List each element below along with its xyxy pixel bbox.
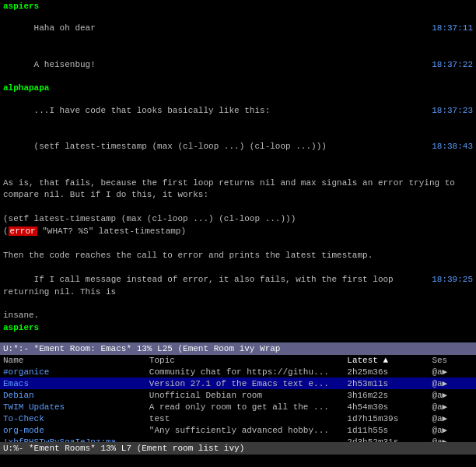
table-row[interactable]: DebianUnofficial Debian room3h16m22s@a▶ bbox=[0, 389, 476, 401]
chat-block: aspiers 18:37:11Haha oh dear 18:37:22A h… bbox=[3, 2, 473, 83]
room-name-cell[interactable]: To-Check bbox=[0, 413, 146, 424]
room-latest-cell: 4h54m30s bbox=[344, 401, 429, 413]
room-session-cell: @a▶ bbox=[429, 366, 476, 377]
chat-block: As is, that fails, because the first loo… bbox=[3, 166, 473, 237]
room-latest-cell: 2d3h52m31s bbox=[344, 436, 429, 442]
room-session-cell: @a▶ bbox=[429, 401, 476, 413]
room-name-cell[interactable]: !xbfPHSTwPySgaIeJnz:ma... bbox=[0, 436, 146, 442]
room-session-cell: @a▶ bbox=[429, 377, 476, 389]
room-name-link[interactable]: Emacs bbox=[3, 379, 29, 388]
chat-block: Then the code reaches the call to error … bbox=[3, 238, 473, 322]
room-name-link[interactable]: TWIM Updates bbox=[3, 402, 65, 412]
room-name-link[interactable]: Debian bbox=[3, 391, 34, 400]
room-topic-cell: Community chat for https://githu... bbox=[146, 366, 344, 377]
chat-line: 18:37:22A heisenbug! bbox=[3, 47, 473, 83]
chat-line: insane. bbox=[3, 310, 473, 321]
chat-line bbox=[3, 238, 473, 250]
timestamp: 18:38:43 bbox=[432, 141, 473, 153]
timestamp: 18:37:23 bbox=[432, 105, 473, 117]
chat-line: Then the code reaches the call to error … bbox=[3, 250, 473, 262]
top-mode-line: U:*:- *Ement Room: Emacs* 13% L25 (Ement… bbox=[0, 342, 476, 355]
room-topic-cell: Unofficial Debian room bbox=[146, 389, 344, 401]
mode-line-text: U:*:- *Ement Room: Emacs* 13% L25 (Ement… bbox=[3, 344, 280, 353]
col-header-topic: Topic bbox=[146, 355, 344, 366]
room-latest-cell: 1d7h15m39s bbox=[344, 413, 429, 424]
error-highlight: error bbox=[9, 226, 37, 236]
chat-line: 18:38:43(setf latest-timestamp (max (cl-… bbox=[3, 129, 473, 165]
room-name-cell[interactable]: Debian bbox=[0, 389, 146, 401]
room-name-link[interactable]: !xbfPHSTwPySgaIeJnz:ma... bbox=[3, 437, 131, 443]
room-name-link[interactable]: To-Check bbox=[3, 414, 44, 423]
table-row[interactable]: To-Checktest1d7h15m39s@a▶ bbox=[0, 413, 476, 424]
room-session-cell: @a▶ bbox=[429, 389, 476, 401]
room-name-cell[interactable]: #organice bbox=[0, 366, 146, 377]
room-name-cell[interactable]: TWIM Updates bbox=[0, 401, 146, 413]
room-session-cell: @a▶ bbox=[429, 436, 476, 442]
room-name-link[interactable]: org-mode bbox=[3, 426, 44, 435]
room-table-body: #organiceCommunity chat for https://gith… bbox=[0, 366, 476, 442]
bottom-mode-line-text: U:%- *Ement Rooms* 13% L7 (Ement room li… bbox=[3, 444, 244, 453]
room-topic-cell: A read only room to get all the ... bbox=[146, 401, 344, 413]
chat-area: aspiers 18:37:11Haha oh dear 18:37:22A h… bbox=[0, 0, 476, 342]
col-header-session: Ses bbox=[429, 355, 476, 366]
room-latest-cell: 3h16m22s bbox=[344, 389, 429, 401]
room-name-cell[interactable]: Emacs bbox=[0, 377, 146, 389]
chat-line: As is, that fails, because the first loo… bbox=[3, 177, 473, 189]
table-row[interactable]: org-mode"Any sufficiently advanced hobby… bbox=[0, 424, 476, 436]
chat-line: (error "WHAT? %S" latest-timestamp) bbox=[3, 226, 473, 237]
latest-sort-label: Latest ▲ bbox=[347, 356, 388, 365]
chat-block: alphapapa 18:37:23...I have code that lo… bbox=[3, 83, 473, 164]
room-table: Name Topic Latest ▲ Ses #organiceCommuni… bbox=[0, 355, 476, 442]
bottom-mode-line: U:%- *Ement Rooms* 13% L7 (Ement room li… bbox=[0, 442, 476, 455]
chat-line: compare nil. But if I do this, it works: bbox=[3, 189, 473, 201]
room-topic-cell bbox=[146, 436, 344, 442]
author-label: aspiers bbox=[3, 2, 39, 11]
room-name-cell[interactable]: org-mode bbox=[0, 424, 146, 436]
room-session-cell: @a▶ bbox=[429, 424, 476, 436]
chat-line: 18:39:25If I call message instead of err… bbox=[3, 262, 473, 311]
col-header-name: Name bbox=[0, 355, 146, 366]
chat-line: 18:37:23...I have code that looks basica… bbox=[3, 93, 473, 128]
table-row[interactable]: TWIM UpdatesA read only room to get all … bbox=[0, 401, 476, 413]
table-row[interactable]: !xbfPHSTwPySgaIeJnz:ma...2d3h52m31s@a▶ bbox=[0, 436, 476, 442]
author-label: alphapapa bbox=[3, 83, 49, 93]
author-label: aspiers bbox=[3, 323, 39, 332]
chat-line bbox=[3, 202, 473, 213]
room-name-link[interactable]: #organice bbox=[3, 367, 49, 377]
room-latest-cell: 2h25m36s bbox=[344, 366, 429, 377]
chat-line: 18:37:11Haha oh dear bbox=[3, 11, 473, 47]
room-topic-cell: Version 27.1 of the Emacs text e... bbox=[146, 377, 344, 389]
room-topic-cell: test bbox=[146, 413, 344, 424]
room-session-cell: @a▶ bbox=[429, 413, 476, 424]
room-latest-cell: 2h53m11s bbox=[344, 377, 429, 389]
room-list[interactable]: Name Topic Latest ▲ Ses #organiceCommuni… bbox=[0, 355, 476, 442]
room-latest-cell: 1d11h55s bbox=[344, 424, 429, 436]
table-row[interactable]: #organiceCommunity chat for https://gith… bbox=[0, 366, 476, 377]
table-header: Name Topic Latest ▲ Ses bbox=[0, 355, 476, 366]
room-topic-cell: "Any sufficiently advanced hobby... bbox=[146, 424, 344, 436]
chat-line: 18:40:53That does seem insane bbox=[3, 332, 473, 342]
timestamp: 18:39:25 bbox=[432, 274, 473, 286]
timestamp: 18:37:11 bbox=[432, 23, 473, 34]
timestamp: 18:37:22 bbox=[432, 59, 473, 71]
col-header-latest: Latest ▲ bbox=[344, 355, 429, 366]
table-row[interactable]: EmacsVersion 27.1 of the Emacs text e...… bbox=[0, 377, 476, 389]
chat-line: (setf latest-timestamp (max (cl-loop ...… bbox=[3, 213, 473, 225]
chat-block: aspiers 18:40:53That does seem insane 18… bbox=[3, 323, 473, 342]
chat-line bbox=[3, 166, 473, 177]
